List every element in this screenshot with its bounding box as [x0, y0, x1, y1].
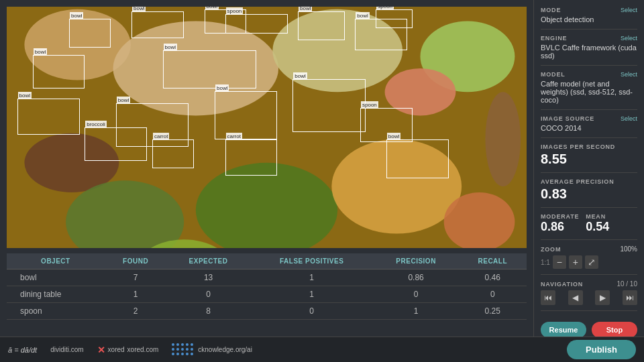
stop-button[interactable]: Stop	[592, 322, 637, 337]
detection-box: bowl	[292, 79, 366, 132]
cell-precision: 0	[374, 286, 459, 303]
cell-false-positives: 1	[250, 286, 374, 303]
zoom-plus-button[interactable]: +	[569, 255, 582, 269]
ck-url-text: cknowledge.org/ai	[198, 346, 252, 353]
engine-value: BVLC Caffe framework (cuda ssd)	[541, 44, 637, 60]
zoom-percent: 100%	[620, 245, 637, 253]
moderate-label: MODERATE	[541, 213, 579, 220]
detection-box: bowl	[386, 139, 449, 178]
cell-object: dining table	[7, 286, 105, 303]
detection-label: bowl	[205, 7, 219, 10]
avg-precision-section: AVERAGE PRECISION 0.83	[541, 178, 637, 208]
model-label: MODEL	[541, 71, 566, 78]
cell-recall: 0	[459, 286, 527, 303]
image-source-label: IMAGE SOURCE	[541, 115, 594, 122]
detection-label: broccoli	[85, 121, 107, 128]
mode-label: MODE	[541, 7, 561, 13]
ck-logo: cknowledge.org/ai	[172, 343, 252, 356]
cell-found: 7	[105, 269, 167, 286]
detection-box: carrot	[225, 139, 278, 176]
detection-label: bowl	[387, 133, 400, 140]
detection-label: bowl	[34, 48, 47, 56]
dividiti-logo: dividiti.com	[50, 346, 83, 353]
xored-text: xored	[108, 346, 125, 353]
zoom-section: ZOOM 100% 1:1 − + ⤢	[541, 245, 637, 275]
detection-label: carrot	[226, 133, 242, 140]
nav-label: NAVIGATION	[541, 281, 583, 288]
mean-label: MEAN	[586, 213, 609, 220]
nav-next-button[interactable]: ▶	[595, 290, 610, 305]
cell-precision: 0.86	[374, 269, 459, 286]
detection-box: bowl	[163, 50, 257, 89]
table-row: bowl 7 13 1 0.86 0.46	[7, 269, 527, 286]
table-row: spoon 2 8 0 1 0.25	[7, 303, 527, 320]
model-section: MODEL Select Caffe model (net and weight…	[541, 71, 637, 110]
nav-prev-button[interactable]: ◀	[568, 290, 583, 305]
mode-select-link[interactable]: Select	[621, 7, 637, 13]
detection-label: spoon	[361, 101, 378, 109]
table-container: OBJECT FOUND EXPECTED FALSE POSITIVES PR…	[7, 253, 527, 337]
detection-box: spoon	[376, 9, 412, 29]
detection-label: bowl	[215, 84, 229, 92]
results-table: OBJECT FOUND EXPECTED FALSE POSITIVES PR…	[7, 253, 527, 320]
zoom-1to1[interactable]: 1:1	[541, 259, 550, 266]
col-header-false-positives: FALSE POSITIVES	[250, 253, 374, 269]
detection-box: bowl	[298, 11, 345, 40]
zoom-fit-button[interactable]: ⤢	[585, 255, 598, 269]
zoom-label: ZOOM	[541, 246, 561, 253]
left-panel: bowlbowlbowlspoonbowlbowlspoonbowlbowlbo…	[0, 0, 533, 337]
detection-box: bowl	[69, 19, 111, 48]
image-source-select-link[interactable]: Select	[621, 115, 637, 122]
cell-false-positives: 0	[250, 303, 374, 320]
cell-recall: 0.25	[459, 303, 527, 320]
dividiti-text: dividiti.com	[50, 346, 83, 353]
zoom-minus-button[interactable]: −	[553, 255, 566, 269]
cell-expected: 0	[166, 286, 250, 303]
mean-col: MEAN 0.54	[586, 213, 609, 234]
detection-label: bowl	[356, 12, 369, 19]
col-header-object: OBJECT	[7, 253, 105, 269]
cell-object: bowl	[7, 269, 105, 286]
model-select-link[interactable]: Select	[621, 71, 637, 78]
detection-box: bowl	[131, 11, 184, 38]
detection-label: bowl	[117, 97, 130, 104]
ips-label: IMAGES PER SECOND	[541, 143, 637, 150]
zoom-controls: 1:1 − + ⤢	[541, 255, 598, 269]
action-buttons: Resume Stop	[541, 322, 637, 337]
detection-box: spoon	[360, 108, 413, 141]
avg-precision-label: AVERAGE PRECISION	[541, 178, 637, 185]
detection-box: carrot	[152, 139, 194, 168]
nav-count: 10 / 10	[616, 280, 637, 288]
detection-label: carrot	[153, 133, 169, 140]
moderate-value: 0.86	[541, 220, 579, 234]
image-container: bowlbowlbowlspoonbowlbowlspoonbowlbowlbo…	[7, 7, 527, 248]
engine-select-link[interactable]: Select	[621, 35, 637, 42]
ips-section: IMAGES PER SECOND 8.55	[541, 143, 637, 173]
detection-label: bowl	[18, 92, 32, 99]
publish-button[interactable]: Publish	[567, 340, 636, 359]
engine-label: ENGINE	[541, 35, 567, 42]
detection-box: broccoli	[85, 127, 147, 161]
engine-section: ENGINE Select BVLC Caffe framework (cuda…	[541, 35, 637, 66]
detection-label: spoon	[226, 7, 244, 15]
image-source-section: IMAGE SOURCE Select COCO 2014	[541, 115, 637, 138]
resume-button[interactable]: Resume	[541, 322, 586, 337]
ips-value: 8.55	[541, 152, 637, 167]
right-panel: MODE Select Object detection ENGINE Sele…	[533, 0, 644, 337]
formula-logo: ā = dā/dt	[8, 346, 37, 354]
bottom-bar: ā = dā/dt dividiti.com ✕ xored xored.com…	[0, 337, 644, 362]
avg-precision-value: 0.83	[541, 186, 637, 202]
nav-first-button[interactable]: ⏮	[541, 290, 555, 305]
col-header-expected: EXPECTED	[166, 253, 250, 269]
ck-dots-icon	[172, 343, 194, 356]
xored-url: xored.com	[127, 346, 159, 353]
model-value: Caffe model (net and weights) (ssd, ssd-…	[541, 80, 637, 104]
detection-label: bowl	[70, 12, 83, 19]
detection-label: bowl	[293, 72, 307, 80]
image-source-value: COCO 2014	[541, 124, 637, 132]
cell-found: 2	[105, 303, 167, 320]
nav-last-button[interactable]: ⏭	[623, 290, 637, 305]
xored-cross-icon: ✕	[97, 345, 105, 355]
detection-label: bowl	[299, 7, 312, 12]
mode-section: MODE Select Object detection	[541, 7, 637, 29]
